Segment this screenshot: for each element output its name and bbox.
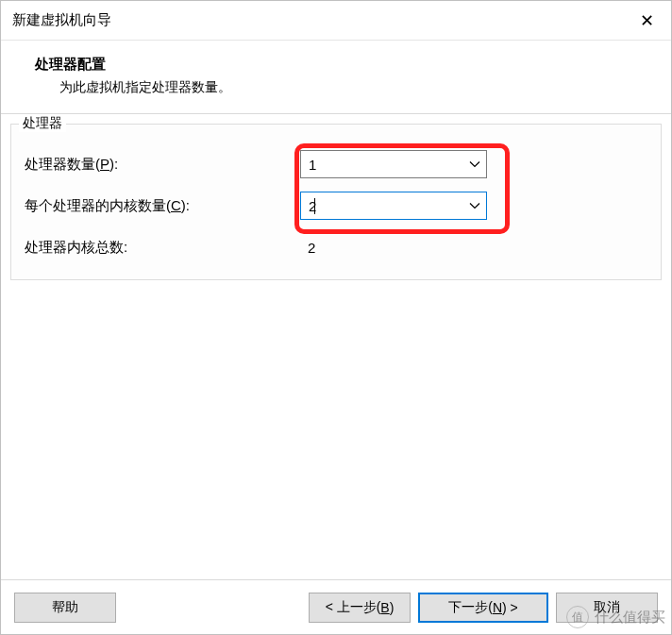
cancel-button[interactable]: 取消 [556,593,658,623]
row-total: 处理器内核总数: 2 [23,232,649,262]
close-button[interactable]: ✕ [622,1,671,40]
help-button[interactable]: 帮助 [14,593,116,623]
next-button[interactable]: 下一步(N) > [418,593,548,623]
footer: 帮助 < 上一步(B) 下一步(N) > 取消 [1,579,671,634]
processors-combo[interactable]: 1 [300,150,487,178]
cores-label: 每个处理器的内核数量(C): [23,197,300,215]
row-processors: 处理器数量(P): 1 [23,149,649,179]
page-subtitle: 为此虚拟机指定处理器数量。 [59,79,645,96]
total-value: 2 [300,240,315,256]
wizard-window: 新建虚拟机向导 ✕ 处理器配置 为此虚拟机指定处理器数量。 处理器 处理器数量(… [0,0,672,635]
processors-group: 处理器 处理器数量(P): 1 每个处理器的内核数量(C): [10,124,662,280]
cores-combo[interactable]: 2 [300,192,487,220]
row-cores: 每个处理器的内核数量(C): 2 [23,191,649,221]
page-title: 处理器配置 [35,56,645,74]
titlebar: 新建虚拟机向导 ✕ [1,1,671,41]
processors-label: 处理器数量(P): [23,156,300,174]
wizard-header: 处理器配置 为此虚拟机指定处理器数量。 [1,41,671,114]
group-title: 处理器 [19,115,66,132]
back-button[interactable]: < 上一步(B) [309,593,411,623]
total-label: 处理器内核总数: [23,239,300,257]
cores-value: 2 [309,198,469,214]
content-area: 处理器 处理器数量(P): 1 每个处理器的内核数量(C): [1,114,671,579]
processors-value: 1 [309,157,469,173]
chevron-down-icon [469,159,480,170]
window-title: 新建虚拟机向导 [12,11,111,29]
close-icon: ✕ [640,10,654,31]
chevron-down-icon [469,200,480,211]
